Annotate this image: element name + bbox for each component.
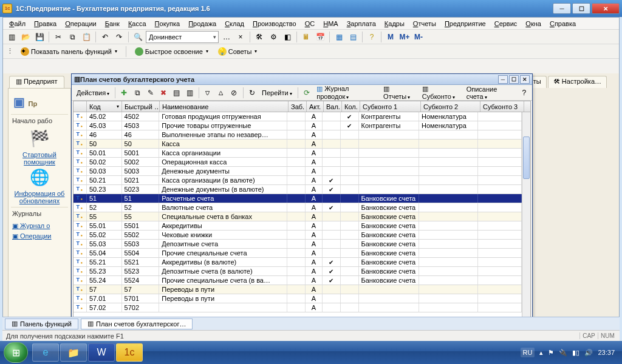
clear-icon[interactable]: × xyxy=(234,31,247,43)
column-header[interactable]: Кол. xyxy=(342,101,360,112)
table-row[interactable]: 45.024502Готовая продукция отгруженнаяА✔… xyxy=(73,112,522,121)
table-row[interactable]: 5757Переводы в путиА xyxy=(73,285,522,294)
m-button[interactable]: M xyxy=(384,31,397,43)
start-wizard-link[interactable]: Стартовый помощник xyxy=(12,151,67,166)
journal-link[interactable]: ▣ Журнал о xyxy=(12,222,67,230)
scroll-thumb[interactable] xyxy=(523,136,530,179)
maximize-button[interactable]: ☐ xyxy=(572,3,590,14)
table-row[interactable]: 55.025502Чековые книжкиАБанковские счета xyxy=(73,231,522,240)
background-tab[interactable]: ▥ Предприят xyxy=(9,76,64,88)
table-row[interactable]: 55.215521Аккредитивы (в валюте)А✔Банковс… xyxy=(73,258,522,267)
table-row[interactable]: 45.034503Прочие товары отгруженныеА✔Конт… xyxy=(73,121,522,130)
table-row[interactable]: 50.015001Касса организацииА xyxy=(73,149,522,158)
lang-indicator[interactable]: RU xyxy=(521,348,535,357)
sub-minimize-button[interactable]: ─ xyxy=(498,75,508,84)
menu-продажа[interactable]: Продажа xyxy=(186,19,219,29)
table-row[interactable]: 5555Специальные счета в банкахАБанковски… xyxy=(73,212,522,221)
m-plus-button[interactable]: M+ xyxy=(398,31,411,43)
table-row[interactable]: 55.015501АккредитивыАБанковские счета xyxy=(73,221,522,231)
open-icon[interactable]: 📂 xyxy=(19,31,32,43)
wintab-accounts[interactable]: ▥План счетов бухгалтерског… xyxy=(81,318,193,329)
tray-power-icon[interactable]: 🔌 xyxy=(559,349,567,357)
column-header[interactable]: Вал. xyxy=(324,101,342,112)
help-icon[interactable]: ? xyxy=(518,87,530,99)
accounts-grid[interactable]: Код ▾Быстрый …НаименованиеЗаб.Акт.Вал.Ко… xyxy=(73,101,531,326)
tray-clock[interactable]: 23:37 xyxy=(598,349,615,356)
menu-нма[interactable]: НМА xyxy=(321,19,340,29)
actions-menu[interactable]: Действия xyxy=(74,89,112,96)
add-copy-icon[interactable]: ⧉ xyxy=(132,87,143,99)
column-header[interactable] xyxy=(73,101,87,112)
m-minus-button[interactable]: M- xyxy=(412,31,425,43)
reports-menu[interactable]: ▥ Отчеты xyxy=(381,85,418,100)
grid-body[interactable]: 45.024502Готовая продукция отгруженнаяА✔… xyxy=(73,112,522,317)
menu-склад[interactable]: Склад xyxy=(222,19,247,29)
menu-окна[interactable]: Окна xyxy=(523,19,544,29)
table-row[interactable]: 50.215021Касса организации (в валюте)А✔ xyxy=(73,176,522,185)
tool-icon[interactable]: 🛠 xyxy=(253,31,265,43)
redo-icon[interactable]: ↷ xyxy=(113,31,125,43)
filter-icon[interactable]: 🜂 xyxy=(215,87,227,99)
table-row[interactable]: 55.035503Депозитные счетаАБанковские сче… xyxy=(73,240,522,249)
delete-icon[interactable]: ✖ xyxy=(158,87,169,99)
taskbar-ie-icon[interactable]: e xyxy=(32,343,59,362)
sub-close-button[interactable]: ✕ xyxy=(520,75,530,84)
table-row[interactable]: 57.025702А xyxy=(73,303,522,312)
column-header[interactable]: Быстрый … xyxy=(122,101,160,112)
menu-файл[interactable]: Файл xyxy=(7,19,28,29)
close-button[interactable]: ✕ xyxy=(592,3,620,14)
table-row[interactable]: 57.015701Переводы в путиА xyxy=(73,294,522,303)
tray-volume-icon[interactable]: 🔊 xyxy=(584,349,593,357)
menu-правка[interactable]: Правка xyxy=(32,19,59,29)
menu-кадры[interactable]: Кадры xyxy=(382,19,407,29)
table-row[interactable]: 5252Валютные счетаА✔Банковские счета xyxy=(73,203,522,212)
tool-icon[interactable]: ▥ xyxy=(184,87,196,99)
refresh2-icon[interactable]: ⟳ xyxy=(301,87,313,99)
description-button[interactable]: Описание счета xyxy=(464,86,517,100)
tab-settings[interactable]: 🛠 Настройка… xyxy=(548,76,607,88)
column-header[interactable]: Наименование xyxy=(160,101,289,112)
show-panel-button[interactable]: ✦Показать панель функций xyxy=(18,46,120,57)
paste-icon[interactable]: 📋 xyxy=(80,31,92,43)
menu-зарплата[interactable]: Зарплата xyxy=(344,19,378,29)
menu-отчеты[interactable]: Отчеты xyxy=(411,19,439,29)
tray-action-icon[interactable]: ⚑ xyxy=(548,349,554,357)
table-row[interactable]: 5050КассаА xyxy=(73,140,522,149)
filter-off-icon[interactable]: ⊘ xyxy=(228,87,240,99)
column-header[interactable]: Субконто 3 xyxy=(480,101,524,112)
updates-info-link[interactable]: Информация об обновлениях xyxy=(12,190,67,204)
table-row[interactable]: 50.235023Денежные документы (в валюте)А✔ xyxy=(73,185,522,194)
table-row[interactable]: 50.025002Операционная кассаА xyxy=(73,158,522,167)
menu-операции[interactable]: Операции xyxy=(63,19,98,29)
grid-icon[interactable]: ▤ xyxy=(347,31,359,43)
dots-icon[interactable]: … xyxy=(220,31,233,43)
filter-icon[interactable]: 🜄 xyxy=(202,87,214,99)
tool-icon[interactable]: ▤ xyxy=(171,87,183,99)
vertical-scrollbar[interactable] xyxy=(522,112,530,317)
copy-icon[interactable]: ⧉ xyxy=(66,31,78,43)
find-icon[interactable]: 🔍 xyxy=(132,31,144,43)
calc-icon[interactable]: 🖩 xyxy=(300,31,312,43)
add-icon[interactable]: ✚ xyxy=(118,87,130,99)
table-row[interactable]: 50.035003Денежные документыА xyxy=(73,167,522,176)
help-icon[interactable]: ? xyxy=(366,31,378,43)
grid-icon[interactable]: ▦ xyxy=(333,31,345,43)
minimize-button[interactable]: ─ xyxy=(553,3,571,14)
save-icon[interactable]: 💾 xyxy=(33,31,46,43)
taskbar-explorer-icon[interactable]: 📁 xyxy=(60,343,87,362)
quick-learn-button[interactable]: Быстрое освоение xyxy=(132,46,211,57)
menu-сервис[interactable]: Сервис xyxy=(492,19,520,29)
menu-касса[interactable]: Касса xyxy=(126,19,149,29)
menu-банк[interactable]: Банк xyxy=(103,19,122,29)
refresh-icon[interactable]: ↻ xyxy=(246,87,258,99)
menu-предприятие[interactable]: Предприятие xyxy=(442,19,488,29)
organization-combo[interactable]: Донинвест xyxy=(146,31,219,43)
new-icon[interactable]: ▥ xyxy=(5,31,18,43)
operations-link[interactable]: ▣ Операции xyxy=(12,232,67,240)
journal-button[interactable]: ▥ Журнал проводок xyxy=(314,85,379,100)
tray-flag-icon[interactable]: ▴ xyxy=(539,349,543,357)
table-row[interactable]: 4646Выполненные этапы по незавер…А xyxy=(73,130,522,140)
taskbar-1c-icon[interactable]: 1c xyxy=(116,343,143,362)
menu-ос[interactable]: ОС xyxy=(302,19,318,29)
column-header[interactable]: Заб. xyxy=(289,101,307,112)
